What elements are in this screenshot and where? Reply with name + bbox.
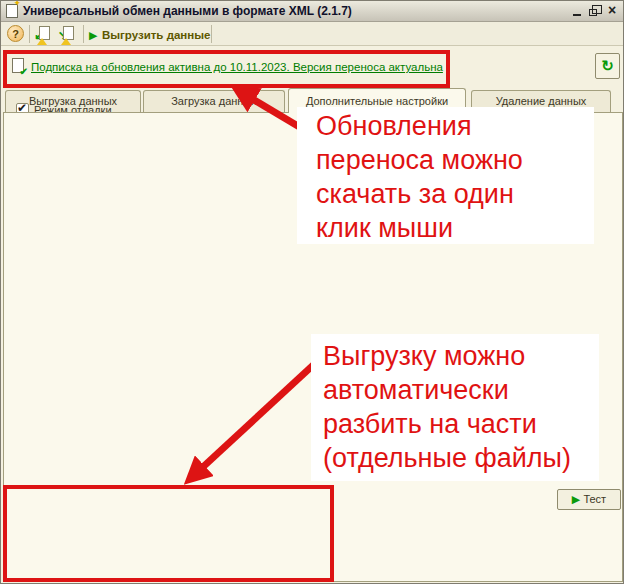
toolbar: ? ↙ ↘ ▶ Выгрузить данные: [1, 22, 624, 46]
restore-button[interactable]: [586, 3, 602, 19]
refresh-button[interactable]: ↻: [595, 53, 620, 79]
minimize-button[interactable]: [569, 3, 585, 19]
play-icon: ▶: [572, 493, 580, 505]
annotation-text: Обновления: [316, 111, 472, 142]
restore-icon: [589, 9, 597, 16]
save-settings-button[interactable]: ↘: [59, 26, 79, 43]
annotation-text: Выгрузку можно: [323, 341, 525, 372]
title-bar: Универсальный обмен данными в формате XM…: [1, 1, 624, 22]
tab-import-data[interactable]: Загрузка данных: [143, 90, 285, 112]
window-title: Универсальный обмен данными в формате XM…: [23, 4, 352, 18]
annotation-text: разбить на части: [323, 409, 537, 440]
play-icon: ▶: [89, 29, 97, 41]
test-button-label: Тест: [583, 493, 606, 505]
subscription-check-icon: [12, 58, 24, 73]
test-button[interactable]: ▶ Тест: [557, 489, 621, 510]
app-window: Универсальный обмен данными в формате XM…: [0, 0, 624, 584]
subscription-link[interactable]: Подписка на обновления активна до 10.11.…: [31, 61, 443, 73]
close-button[interactable]: ×: [604, 3, 620, 19]
annotation-text: (отдельные файлы): [323, 443, 571, 474]
help-button[interactable]: ?: [7, 25, 24, 42]
export-data-label: Выгрузить данные: [102, 29, 211, 41]
annotation-text: скачать за один: [316, 179, 514, 210]
toolbar-separator: [211, 25, 212, 43]
load-settings-button[interactable]: ↙: [35, 26, 55, 43]
toolbar-separator: [83, 25, 84, 43]
minimize-icon: [573, 14, 581, 16]
app-icon: [6, 4, 18, 18]
warning-triangle-icon: [37, 38, 47, 45]
toolbar-separator: [29, 25, 30, 43]
export-data-button[interactable]: ▶ Выгрузить данные: [89, 25, 210, 43]
annotation-text: клик мыши: [316, 213, 453, 244]
annotation-text: переноса можно: [316, 145, 523, 176]
annotation-text: автоматически: [323, 375, 509, 406]
warning-triangle-icon: [61, 38, 71, 45]
